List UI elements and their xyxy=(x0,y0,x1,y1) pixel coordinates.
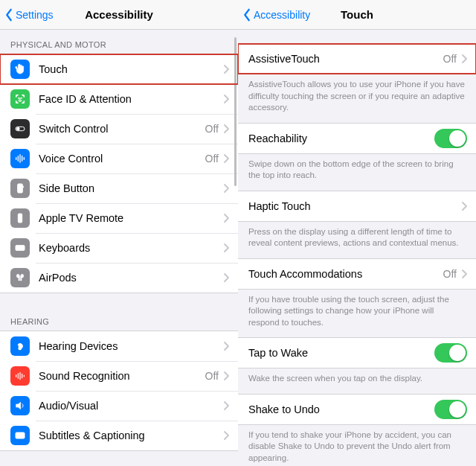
row-value: Off xyxy=(443,268,457,280)
chevron-right-icon xyxy=(461,269,467,278)
row-label: Voice Control xyxy=(39,153,205,165)
row-hearing-devices[interactable]: Hearing Devices xyxy=(0,331,238,361)
svg-rect-4 xyxy=(18,184,23,193)
chevron-right-icon xyxy=(223,95,229,103)
back-label: Settings xyxy=(16,9,54,21)
svg-rect-6 xyxy=(18,214,22,223)
row-touch[interactable]: Touch xyxy=(0,54,238,84)
voice-icon xyxy=(10,149,30,168)
row-label: Touch Accommodations xyxy=(248,268,443,280)
row-shake-to-undo[interactable]: Shake to Undo xyxy=(238,395,476,424)
chevron-right-icon xyxy=(223,184,229,193)
svg-point-3 xyxy=(16,127,19,130)
chevron-right-icon xyxy=(223,273,229,282)
navbar-right: Accessibility Touch xyxy=(238,0,476,30)
ear-icon xyxy=(10,336,30,356)
footer-haptic-touch: Press on the display using a different l… xyxy=(238,222,476,258)
section-header-physical: PHYSICAL AND MOTOR xyxy=(0,30,238,54)
footer-shake-to-undo: If you tend to shake your iPhone by acci… xyxy=(238,425,476,466)
row-tap-to-wake[interactable]: Tap to Wake xyxy=(238,338,476,368)
row-subtitles-captioning[interactable]: CCSubtitles & Captioning xyxy=(0,421,238,450)
footer-reachability: Swipe down on the bottom edge of the scr… xyxy=(238,154,476,191)
chevron-right-icon xyxy=(461,54,467,63)
navbar-left: Settings Accessibility xyxy=(0,0,238,30)
sound-icon xyxy=(10,366,30,386)
switch-reachability[interactable] xyxy=(434,129,467,148)
row-label: Face ID & Attention xyxy=(39,93,223,105)
section-header-hearing: HEARING xyxy=(0,307,238,331)
row-touch-accommodations[interactable]: Touch AccommodationsOff xyxy=(238,259,476,289)
row-label: Apple TV Remote xyxy=(39,212,223,224)
row-airpods[interactable]: AirPods xyxy=(0,263,238,293)
chevron-right-icon xyxy=(223,401,229,410)
row-face-id-attention[interactable]: Face ID & Attention xyxy=(0,84,238,114)
airpods-icon xyxy=(10,268,30,287)
back-button-settings[interactable]: Settings xyxy=(0,8,54,22)
chevron-right-icon xyxy=(223,342,229,351)
chevron-right-icon xyxy=(223,124,229,133)
remote-icon xyxy=(10,208,30,228)
svg-text:CC: CC xyxy=(18,434,23,438)
svg-point-1 xyxy=(22,98,22,98)
audio-icon xyxy=(10,396,30,415)
left-content: PHYSICAL AND MOTOR TouchFace ID & Attent… xyxy=(0,30,238,466)
row-label: Keyboards xyxy=(39,242,223,254)
footer-assistivetouch: AssistiveTouch allows you to use your iP… xyxy=(238,74,476,123)
chevron-right-icon xyxy=(223,371,229,380)
row-label: AirPods xyxy=(39,272,223,284)
switch-tap-to-wake[interactable] xyxy=(434,343,467,363)
back-label: Accessibility xyxy=(254,9,310,21)
chevron-left-icon xyxy=(4,8,13,22)
row-switch-control[interactable]: Switch ControlOff xyxy=(0,114,238,144)
row-haptic-touch[interactable]: Haptic Touch xyxy=(238,191,476,221)
row-label: Audio/Visual xyxy=(39,400,223,412)
row-value: Off xyxy=(205,123,219,135)
row-assistivetouch[interactable]: AssistiveTouchOff xyxy=(238,44,476,74)
sidebutton-icon xyxy=(10,179,30,198)
row-audio-visual[interactable]: Audio/Visual xyxy=(0,391,238,421)
row-label: Reachability xyxy=(248,133,434,144)
row-label: Touch xyxy=(39,63,223,75)
row-label: Sound Recognition xyxy=(39,370,205,382)
row-label: AssistiveTouch xyxy=(248,53,443,65)
row-keyboards[interactable]: Keyboards xyxy=(0,233,238,263)
row-value: Off xyxy=(443,53,457,65)
group-hearing: Hearing DevicesSound RecognitionOffAudio… xyxy=(0,331,238,451)
row-label: Tap to Wake xyxy=(248,347,434,359)
footer-touch-accommodations: If you have trouble using the touch scre… xyxy=(238,290,476,338)
row-label: Subtitles & Captioning xyxy=(39,430,223,441)
hand-icon xyxy=(10,60,30,79)
chevron-left-icon xyxy=(242,8,251,22)
row-label: Side Button xyxy=(39,182,223,194)
group-physical: TouchFace ID & AttentionSwitch ControlOf… xyxy=(0,54,238,293)
switch-icon xyxy=(10,119,30,138)
touch-panel: Accessibility Touch AssistiveTouchOffAss… xyxy=(238,0,476,466)
row-side-button[interactable]: Side Button xyxy=(0,173,238,203)
chevron-right-icon xyxy=(223,154,229,163)
accessibility-panel: Settings Accessibility PHYSICAL AND MOTO… xyxy=(0,0,238,466)
cc-icon: CC xyxy=(10,426,30,445)
switch-shake-to-undo[interactable] xyxy=(434,400,467,419)
faceid-icon xyxy=(10,89,30,109)
row-label: Haptic Touch xyxy=(248,200,461,212)
row-reachability[interactable]: Reachability xyxy=(238,124,476,153)
row-label: Switch Control xyxy=(39,123,205,135)
footer-tap-to-wake: Wake the screen when you tap on the disp… xyxy=(238,368,476,394)
chevron-right-icon xyxy=(461,202,467,211)
row-value: Off xyxy=(205,153,219,165)
chevron-right-icon xyxy=(223,214,229,223)
right-content: AssistiveTouchOffAssistiveTouch allows y… xyxy=(238,30,476,466)
svg-rect-8 xyxy=(16,246,25,251)
chevron-right-icon xyxy=(223,243,229,252)
chevron-right-icon xyxy=(223,431,229,440)
row-label: Shake to Undo xyxy=(248,403,434,415)
svg-point-0 xyxy=(19,98,19,98)
row-apple-tv-remote[interactable]: Apple TV Remote xyxy=(0,203,238,233)
svg-point-7 xyxy=(19,219,21,220)
row-sound-recognition[interactable]: Sound RecognitionOff xyxy=(0,361,238,391)
row-voice-control[interactable]: Voice ControlOff xyxy=(0,144,238,173)
keyboard-icon xyxy=(10,238,30,258)
row-value: Off xyxy=(205,370,219,382)
back-button-accessibility[interactable]: Accessibility xyxy=(238,8,310,22)
row-label: Hearing Devices xyxy=(39,340,223,352)
